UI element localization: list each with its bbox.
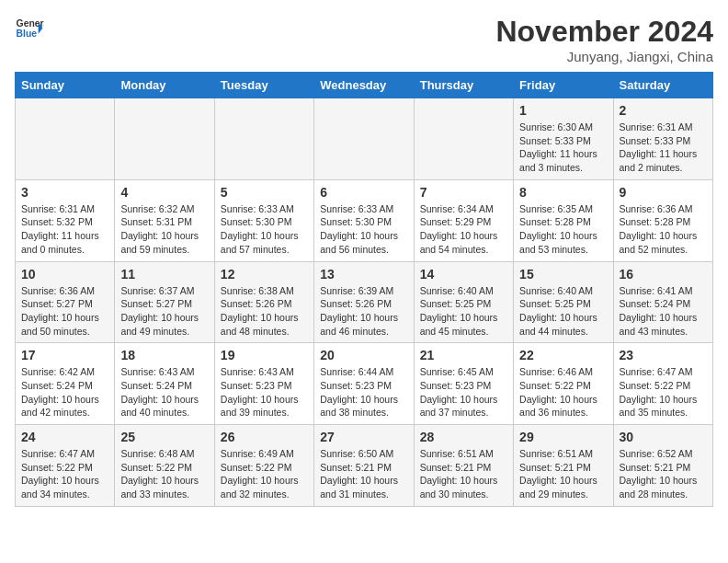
day-number: 4 [120, 185, 208, 200]
cell-info: Sunrise: 6:34 AM Sunset: 5:29 PM Dayligh… [420, 202, 507, 257]
week-row-4: 17Sunrise: 6:42 AM Sunset: 5:24 PM Dayli… [16, 343, 713, 425]
cell-info: Sunrise: 6:40 AM Sunset: 5:25 PM Dayligh… [519, 284, 607, 339]
day-number: 9 [620, 185, 707, 200]
day-number: 5 [221, 185, 308, 200]
calendar-cell: 21Sunrise: 6:45 AM Sunset: 5:23 PM Dayli… [414, 343, 513, 425]
cell-info: Sunrise: 6:38 AM Sunset: 5:26 PM Dayligh… [221, 284, 308, 339]
calendar-cell: 12Sunrise: 6:38 AM Sunset: 5:26 PM Dayli… [214, 261, 313, 343]
calendar-cell: 18Sunrise: 6:43 AM Sunset: 5:24 PM Dayli… [115, 343, 214, 425]
calendar-cell: 9Sunrise: 6:36 AM Sunset: 5:28 PM Daylig… [613, 179, 712, 261]
day-number: 20 [320, 348, 407, 362]
calendar-cell: 24Sunrise: 6:47 AM Sunset: 5:22 PM Dayli… [16, 425, 115, 507]
day-number: 10 [21, 267, 108, 282]
day-number: 21 [420, 348, 507, 362]
calendar-cell: 25Sunrise: 6:48 AM Sunset: 5:22 PM Dayli… [115, 425, 214, 507]
calendar-cell: 19Sunrise: 6:43 AM Sunset: 5:23 PM Dayli… [214, 343, 313, 425]
cell-info: Sunrise: 6:42 AM Sunset: 5:24 PM Dayligh… [21, 365, 108, 419]
calendar-header-row: SundayMondayTuesdayWednesdayThursdayFrid… [16, 73, 713, 98]
cell-info: Sunrise: 6:32 AM Sunset: 5:31 PM Dayligh… [120, 202, 208, 257]
calendar-cell: 14Sunrise: 6:40 AM Sunset: 5:25 PM Dayli… [414, 261, 513, 343]
day-number: 24 [21, 430, 108, 444]
calendar-cell: 2Sunrise: 6:31 AM Sunset: 5:33 PM Daylig… [613, 98, 712, 180]
cell-info: Sunrise: 6:41 AM Sunset: 5:24 PM Dayligh… [620, 284, 707, 339]
svg-text:Blue: Blue [17, 29, 38, 39]
calendar-cell: 5Sunrise: 6:33 AM Sunset: 5:30 PM Daylig… [214, 179, 313, 261]
calendar-cell [314, 98, 414, 180]
calendar-cell: 7Sunrise: 6:34 AM Sunset: 5:29 PM Daylig… [414, 179, 513, 261]
day-number: 23 [620, 348, 707, 362]
cell-info: Sunrise: 6:35 AM Sunset: 5:28 PM Dayligh… [519, 202, 607, 257]
cell-info: Sunrise: 6:37 AM Sunset: 5:27 PM Dayligh… [120, 284, 208, 339]
calendar-cell: 29Sunrise: 6:51 AM Sunset: 5:21 PM Dayli… [514, 425, 613, 507]
week-row-1: 1Sunrise: 6:30 AM Sunset: 5:33 PM Daylig… [16, 98, 713, 180]
day-number: 1 [519, 103, 607, 118]
week-row-2: 3Sunrise: 6:31 AM Sunset: 5:32 PM Daylig… [16, 179, 713, 261]
cell-info: Sunrise: 6:49 AM Sunset: 5:22 PM Dayligh… [221, 447, 308, 501]
day-number: 13 [320, 267, 407, 282]
calendar-cell: 22Sunrise: 6:46 AM Sunset: 5:22 PM Dayli… [514, 343, 613, 425]
calendar-body: 1Sunrise: 6:30 AM Sunset: 5:33 PM Daylig… [16, 98, 713, 507]
day-number: 3 [21, 185, 108, 200]
cell-info: Sunrise: 6:50 AM Sunset: 5:21 PM Dayligh… [320, 447, 407, 501]
column-header-sunday: Sunday [16, 73, 115, 98]
title-block: November 2024 Junyang, Jiangxi, China [495, 15, 713, 64]
week-row-5: 24Sunrise: 6:47 AM Sunset: 5:22 PM Dayli… [16, 425, 713, 507]
calendar-cell: 23Sunrise: 6:47 AM Sunset: 5:22 PM Dayli… [613, 343, 712, 425]
calendar-cell [214, 98, 313, 180]
page-header: General Blue November 2024 Junyang, Jian… [15, 15, 713, 64]
cell-info: Sunrise: 6:46 AM Sunset: 5:22 PM Dayligh… [519, 365, 607, 419]
calendar-cell: 17Sunrise: 6:42 AM Sunset: 5:24 PM Dayli… [16, 343, 115, 425]
day-number: 6 [320, 185, 407, 200]
cell-info: Sunrise: 6:43 AM Sunset: 5:24 PM Dayligh… [120, 365, 208, 419]
column-header-monday: Monday [115, 73, 214, 98]
cell-info: Sunrise: 6:30 AM Sunset: 5:33 PM Dayligh… [519, 121, 607, 175]
calendar-cell: 20Sunrise: 6:44 AM Sunset: 5:23 PM Dayli… [314, 343, 414, 425]
calendar-cell: 30Sunrise: 6:52 AM Sunset: 5:21 PM Dayli… [613, 425, 712, 507]
day-number: 17 [21, 348, 108, 362]
column-header-friday: Friday [514, 73, 613, 98]
calendar-cell [414, 98, 513, 180]
day-number: 16 [620, 267, 707, 282]
calendar-cell: 3Sunrise: 6:31 AM Sunset: 5:32 PM Daylig… [16, 179, 115, 261]
cell-info: Sunrise: 6:36 AM Sunset: 5:28 PM Dayligh… [620, 202, 707, 257]
cell-info: Sunrise: 6:39 AM Sunset: 5:26 PM Dayligh… [320, 284, 407, 339]
day-number: 18 [120, 348, 208, 362]
calendar-cell [115, 98, 214, 180]
day-number: 15 [519, 267, 607, 282]
day-number: 2 [620, 103, 707, 118]
cell-info: Sunrise: 6:33 AM Sunset: 5:30 PM Dayligh… [320, 202, 407, 257]
column-header-thursday: Thursday [414, 73, 513, 98]
calendar-cell: 11Sunrise: 6:37 AM Sunset: 5:27 PM Dayli… [115, 261, 214, 343]
calendar-cell: 26Sunrise: 6:49 AM Sunset: 5:22 PM Dayli… [214, 425, 313, 507]
day-number: 26 [221, 430, 308, 444]
cell-info: Sunrise: 6:40 AM Sunset: 5:25 PM Dayligh… [420, 284, 507, 339]
calendar-cell: 15Sunrise: 6:40 AM Sunset: 5:25 PM Dayli… [514, 261, 613, 343]
cell-info: Sunrise: 6:48 AM Sunset: 5:22 PM Dayligh… [120, 447, 208, 501]
calendar-cell: 10Sunrise: 6:36 AM Sunset: 5:27 PM Dayli… [16, 261, 115, 343]
calendar-cell: 6Sunrise: 6:33 AM Sunset: 5:30 PM Daylig… [314, 179, 414, 261]
cell-info: Sunrise: 6:51 AM Sunset: 5:21 PM Dayligh… [519, 447, 607, 501]
location: Junyang, Jiangxi, China [495, 49, 713, 64]
cell-info: Sunrise: 6:52 AM Sunset: 5:21 PM Dayligh… [620, 447, 707, 501]
cell-info: Sunrise: 6:51 AM Sunset: 5:21 PM Dayligh… [420, 447, 507, 501]
day-number: 27 [320, 430, 407, 444]
day-number: 28 [420, 430, 507, 444]
day-number: 22 [519, 348, 607, 362]
day-number: 29 [519, 430, 607, 444]
day-number: 11 [120, 267, 208, 282]
cell-info: Sunrise: 6:47 AM Sunset: 5:22 PM Dayligh… [21, 447, 108, 501]
week-row-3: 10Sunrise: 6:36 AM Sunset: 5:27 PM Dayli… [16, 261, 713, 343]
cell-info: Sunrise: 6:33 AM Sunset: 5:30 PM Dayligh… [221, 202, 308, 257]
cell-info: Sunrise: 6:47 AM Sunset: 5:22 PM Dayligh… [620, 365, 707, 419]
logo: General Blue [15, 15, 44, 44]
calendar-table: SundayMondayTuesdayWednesdayThursdayFrid… [15, 72, 713, 507]
calendar-cell: 4Sunrise: 6:32 AM Sunset: 5:31 PM Daylig… [115, 179, 214, 261]
calendar-cell: 27Sunrise: 6:50 AM Sunset: 5:21 PM Dayli… [314, 425, 414, 507]
cell-info: Sunrise: 6:44 AM Sunset: 5:23 PM Dayligh… [320, 365, 407, 419]
month-title: November 2024 [495, 15, 713, 49]
cell-info: Sunrise: 6:36 AM Sunset: 5:27 PM Dayligh… [21, 284, 108, 339]
cell-info: Sunrise: 6:31 AM Sunset: 5:33 PM Dayligh… [620, 121, 707, 175]
calendar-cell [16, 98, 115, 180]
day-number: 7 [420, 185, 507, 200]
cell-info: Sunrise: 6:45 AM Sunset: 5:23 PM Dayligh… [420, 365, 507, 419]
